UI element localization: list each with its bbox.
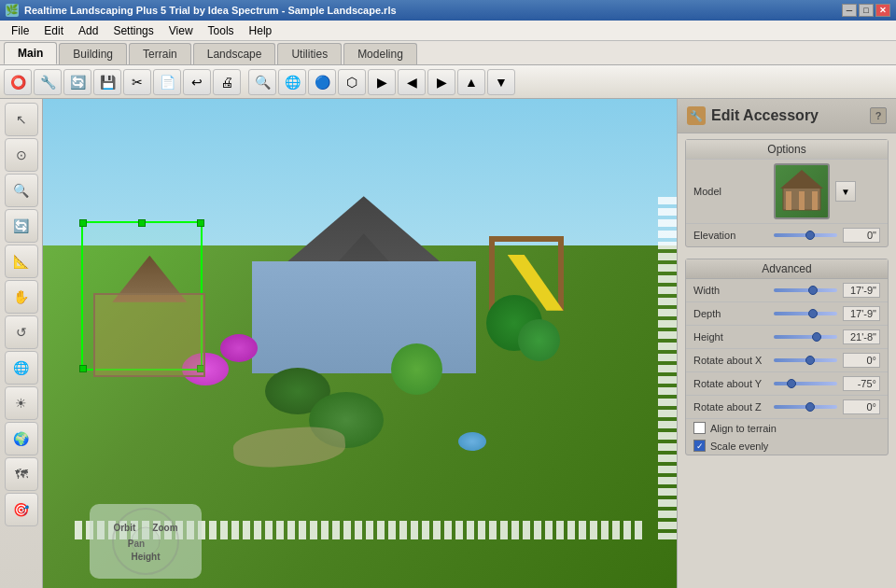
width-slider[interactable] bbox=[774, 288, 837, 292]
height-slider[interactable] bbox=[774, 335, 837, 339]
toolbar: ⭕ 🔧 🔄 💾 ✂ 📄 ↩ 🖨 🔍 🌐 🔵 ⬡ ▶ ◀ ▶ ▲ ▼ bbox=[0, 65, 896, 99]
sidebar-map[interactable]: 🌍 bbox=[5, 422, 38, 455]
sidebar-target[interactable]: 🎯 bbox=[5, 493, 38, 526]
titlebar: 🌿 Realtime Landscaping Plus 5 Trial by I… bbox=[0, 0, 896, 21]
menu-help[interactable]: Help bbox=[242, 22, 280, 39]
help-button[interactable]: ? bbox=[870, 107, 887, 124]
right-panel: 🔧 Edit Accessory ? Options Model bbox=[677, 99, 896, 588]
scale-evenly-checkbox[interactable]: ✓ bbox=[693, 440, 706, 452]
model-dropdown[interactable]: ▼ bbox=[835, 181, 856, 202]
model-preview[interactable] bbox=[774, 163, 830, 219]
close-button[interactable]: ✕ bbox=[875, 4, 890, 17]
menu-tools[interactable]: Tools bbox=[201, 22, 242, 39]
house-body bbox=[252, 261, 476, 373]
tab-landscape[interactable]: Landscape bbox=[193, 43, 276, 64]
tab-terrain[interactable]: Terrain bbox=[129, 43, 191, 64]
scale-evenly-row: ✓ Scale evenly bbox=[686, 437, 888, 455]
model-label: Model bbox=[693, 186, 768, 197]
gazebo-body bbox=[93, 293, 205, 377]
depth-slider-container bbox=[774, 312, 837, 315]
elevation-slider[interactable] bbox=[774, 233, 837, 237]
rotate-x-value: 0° bbox=[843, 353, 880, 368]
tool-prev[interactable]: ◀ bbox=[398, 69, 426, 95]
edit-accessory-icon: 🔧 bbox=[687, 106, 706, 125]
titlebar-controls: ─ □ ✕ bbox=[842, 4, 890, 17]
rotate-y-value: -75° bbox=[843, 376, 880, 391]
tab-building[interactable]: Building bbox=[59, 43, 127, 64]
tool-zoom[interactable]: 🔍 bbox=[248, 69, 276, 95]
sidebar-light[interactable]: ☀ bbox=[5, 386, 38, 420]
rotate-x-slider[interactable] bbox=[774, 358, 837, 362]
viewport[interactable]: Orbit Zoom Pan Height bbox=[43, 99, 677, 588]
tool-print[interactable]: 🖨 bbox=[213, 69, 241, 95]
handle-tl[interactable] bbox=[79, 219, 87, 227]
sidebar-circle[interactable]: ⊙ bbox=[5, 138, 38, 172]
sidebar-zoom[interactable]: 🔍 bbox=[5, 174, 38, 207]
rotate-y-slider[interactable] bbox=[774, 382, 837, 385]
minimize-button[interactable]: ─ bbox=[842, 4, 857, 17]
align-terrain-row: Align to terrain bbox=[686, 419, 888, 437]
menu-add[interactable]: Add bbox=[71, 22, 105, 39]
left-sidebar: ↖ ⊙ 🔍 🔄 📐 ✋ ↺ 🌐 ☀ 🌍 🗺 🎯 bbox=[0, 99, 43, 588]
tool-rotate[interactable]: 🔄 bbox=[63, 69, 91, 95]
tool-up[interactable]: ▲ bbox=[457, 69, 485, 95]
depth-slider[interactable] bbox=[774, 312, 837, 315]
elevation-row: Elevation 0" bbox=[686, 224, 888, 246]
tool-next[interactable]: ▶ bbox=[427, 69, 455, 95]
align-terrain-label: Align to terrain bbox=[710, 423, 777, 434]
sidebar-world[interactable]: 🌐 bbox=[5, 351, 38, 385]
width-slider-container bbox=[774, 288, 837, 292]
depth-label: Depth bbox=[693, 308, 768, 319]
tool-play[interactable]: ▶ bbox=[368, 69, 396, 95]
width-value: 17'-9" bbox=[843, 283, 880, 298]
menu-edit[interactable]: Edit bbox=[36, 22, 71, 39]
tool-wrench[interactable]: 🔧 bbox=[34, 69, 62, 95]
tool-hexagon[interactable]: ⬡ bbox=[338, 69, 366, 95]
depth-value: 17'-9" bbox=[843, 306, 880, 321]
height-row: Height 21'-8" bbox=[686, 326, 888, 349]
rotate-x-row: Rotate about X 0° bbox=[686, 349, 888, 372]
sidebar-layers[interactable]: 🗺 bbox=[5, 457, 38, 491]
tool-down[interactable]: ▼ bbox=[487, 69, 515, 95]
tab-modeling[interactable]: Modeling bbox=[343, 43, 417, 64]
handle-tm[interactable] bbox=[138, 219, 146, 227]
sidebar-rotate[interactable]: 🔄 bbox=[5, 209, 38, 243]
fence-right bbox=[658, 197, 677, 539]
elevation-slider-container bbox=[774, 233, 837, 237]
app-icon: 🌿 bbox=[6, 4, 19, 17]
tab-main[interactable]: Main bbox=[4, 42, 57, 64]
tab-utilities[interactable]: Utilities bbox=[277, 43, 342, 64]
handle-bl[interactable] bbox=[79, 365, 87, 372]
height-value: 21'-8" bbox=[843, 329, 880, 344]
menu-file[interactable]: File bbox=[4, 22, 36, 39]
align-terrain-checkbox[interactable] bbox=[693, 422, 706, 434]
house bbox=[233, 187, 495, 373]
tool-save[interactable]: 💾 bbox=[93, 69, 121, 95]
tree-2 bbox=[518, 319, 560, 361]
rotate-x-label: Rotate about X bbox=[693, 355, 768, 366]
tool-copy[interactable]: 📄 bbox=[153, 69, 181, 95]
tool-orbit[interactable]: 🔵 bbox=[308, 69, 336, 95]
rotate-z-slider[interactable] bbox=[774, 405, 837, 409]
tool-globe[interactable]: 🌐 bbox=[278, 69, 306, 95]
tool-select[interactable]: ⭕ bbox=[4, 69, 32, 95]
rotate-y-row: Rotate about Y -75° bbox=[686, 372, 888, 396]
gazebo bbox=[93, 256, 205, 377]
sidebar-undo[interactable]: ↺ bbox=[5, 315, 38, 349]
menu-settings[interactable]: Settings bbox=[105, 22, 161, 39]
tool-cut[interactable]: ✂ bbox=[123, 69, 151, 95]
menu-view[interactable]: View bbox=[161, 22, 201, 39]
handle-tr[interactable] bbox=[197, 219, 204, 227]
rotate-z-row: Rotate about Z 0° bbox=[686, 396, 888, 419]
rotate-x-slider-container bbox=[774, 358, 837, 362]
maximize-button[interactable]: □ bbox=[859, 4, 874, 17]
edit-header-left: 🔧 Edit Accessory bbox=[687, 106, 819, 125]
tool-undo[interactable]: ↩ bbox=[183, 69, 211, 95]
options-header: Options bbox=[686, 140, 888, 160]
menubar: File Edit Add Settings View Tools Help bbox=[0, 21, 896, 41]
sidebar-measure[interactable]: 📐 bbox=[5, 245, 38, 278]
sidebar-cursor[interactable]: ↖ bbox=[5, 103, 38, 136]
sidebar-hand[interactable]: ✋ bbox=[5, 280, 38, 314]
height-label: Height bbox=[693, 331, 768, 343]
elevation-label: Elevation bbox=[693, 230, 768, 241]
